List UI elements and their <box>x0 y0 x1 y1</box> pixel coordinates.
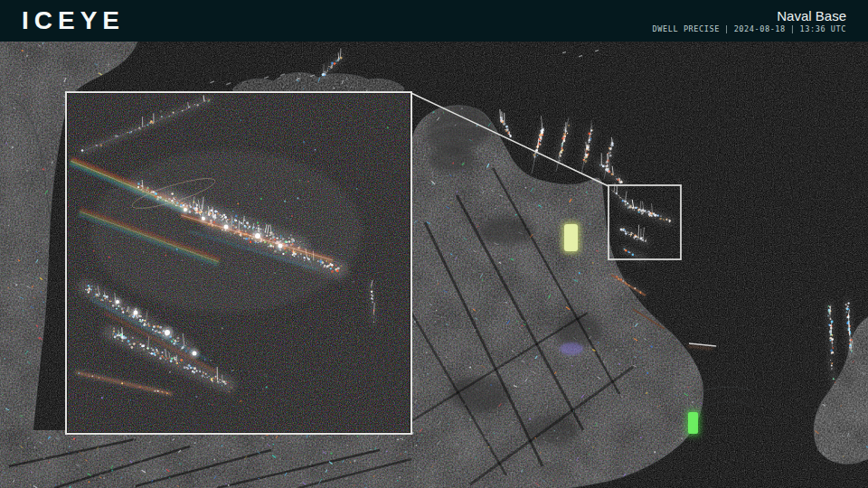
header-right: Naval Base DWELL PRECISE|2024-08-18|13:3… <box>653 8 846 34</box>
sar-image-viewport <box>0 42 868 488</box>
page-title: Naval Base <box>653 8 846 23</box>
sar-image <box>0 42 868 488</box>
meta-separator: | <box>724 24 730 33</box>
iceye-logo: ICEYE <box>22 8 125 33</box>
capture-mode: DWELL PRECISE <box>653 24 720 33</box>
capture-time: 13:36 UTC <box>800 24 846 33</box>
capture-date: 2024-08-18 <box>734 24 786 33</box>
app-header: ICEYE Naval Base DWELL PRECISE|2024-08-1… <box>0 0 868 42</box>
capture-meta: DWELL PRECISE|2024-08-18|13:36 UTC <box>653 23 846 34</box>
meta-separator: | <box>790 24 796 33</box>
app-window: ICEYE Naval Base DWELL PRECISE|2024-08-1… <box>0 0 868 488</box>
magnified-inset <box>66 92 411 434</box>
landmass-south <box>0 428 416 488</box>
